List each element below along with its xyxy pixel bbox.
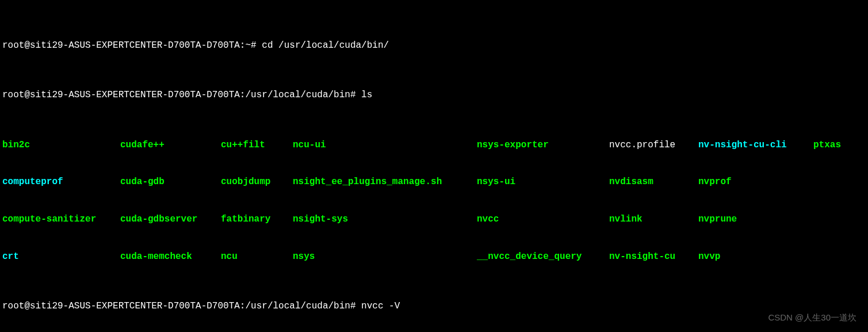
- file-bin2c: bin2c: [2, 139, 120, 152]
- ls-row-4: crt cuda-memcheck ncu nsys __nvcc_device…: [2, 251, 866, 264]
- file-compute-sanitizer: compute-sanitizer: [2, 213, 120, 226]
- prompt-line-1: root@siti29-ASUS-EXPERTCENTER-D700TA-D70…: [2, 40, 866, 52]
- file-nsys-ui: nsys-ui: [477, 176, 609, 189]
- file-cuda-memcheck: cuda-memcheck: [120, 251, 221, 264]
- file-cuda-gdb: cuda-gdb: [120, 176, 221, 189]
- file-nvprof: nvprof: [698, 176, 813, 189]
- file-ptxas: ptxas: [813, 139, 866, 152]
- file-nvlink: nvlink: [609, 213, 698, 226]
- file-ncu: ncu: [221, 251, 293, 264]
- shell-prompt: root@siti29-ASUS-EXPERTCENTER-D700TA-D70…: [2, 40, 262, 51]
- file-nvvp: nvvp: [698, 251, 813, 264]
- prompt-line-2: root@siti29-ASUS-EXPERTCENTER-D700TA-D70…: [2, 89, 866, 102]
- file-nv-nsight-cu: nv-nsight-cu: [609, 251, 698, 264]
- ls-row-1: bin2c cudafe++ cu++filt ncu-ui nsys-expo…: [2, 139, 866, 152]
- ls-row-2: computeprof cuda-gdb cuobjdump nsight_ee…: [2, 176, 866, 189]
- shell-prompt: root@siti29-ASUS-EXPERTCENTER-D700TA-D70…: [2, 301, 361, 311]
- file-fatbinary: fatbinary: [221, 213, 293, 226]
- file-nvprune: nvprune: [698, 213, 813, 226]
- file-nvcc: nvcc: [477, 213, 609, 226]
- link-computeprof: computeprof: [2, 176, 120, 189]
- command-text: cd /usr/local/cuda/bin/: [262, 40, 389, 51]
- terminal-output[interactable]: root@siti29-ASUS-EXPERTCENTER-D700TA-D70…: [2, 2, 866, 332]
- file-nvdisasm: nvdisasm: [609, 176, 698, 189]
- shell-prompt: root@siti29-ASUS-EXPERTCENTER-D700TA-D70…: [2, 90, 361, 100]
- link-nv-nsight-cu-cli: nv-nsight-cu-cli: [698, 139, 813, 152]
- link-crt: crt: [2, 251, 120, 264]
- file-nvcc-profile: nvcc.profile: [609, 139, 698, 152]
- command-text: nvcc -V: [361, 301, 400, 311]
- ls-row-3: compute-sanitizer cuda-gdbserver fatbina…: [2, 213, 866, 226]
- file-nsight-sys: nsight-sys: [293, 213, 477, 226]
- file-nsys-exporter: nsys-exporter: [477, 139, 609, 152]
- prompt-line-3: root@siti29-ASUS-EXPERTCENTER-D700TA-D70…: [2, 300, 866, 313]
- file-nvcc-device-query: __nvcc_device_query: [477, 251, 609, 264]
- file-nsys: nsys: [293, 251, 477, 264]
- file-cuda-gdbserver: cuda-gdbserver: [120, 213, 221, 226]
- file-nsight-ee-plugins: nsight_ee_plugins_manage.sh: [293, 176, 477, 189]
- file-cudafe: cudafe++: [120, 139, 221, 152]
- command-text: ls: [361, 90, 372, 100]
- watermark-text: CSDN @人生30一道坎: [768, 312, 856, 323]
- file-cuobjdump: cuobjdump: [221, 176, 293, 189]
- file-cufilt: cu++filt: [221, 139, 293, 152]
- file-ncu-ui: ncu-ui: [293, 139, 477, 152]
